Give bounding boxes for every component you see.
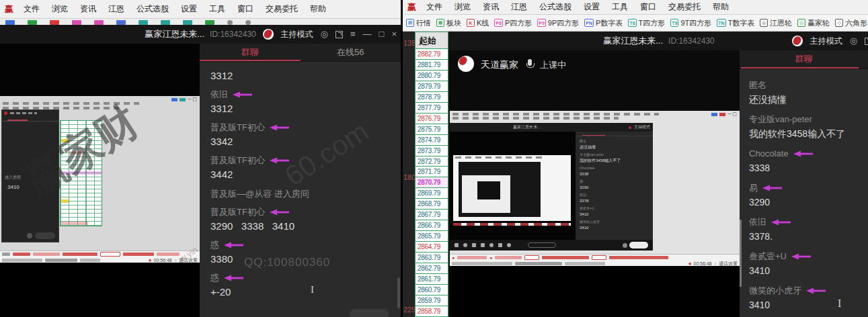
toolbar-chip: [139, 20, 148, 25]
menu-item-设置[interactable]: 设置: [578, 1, 606, 13]
image-icon[interactable]: [481, 243, 485, 247]
chat-scrollbar[interactable]: [740, 220, 742, 287]
speak-request-button[interactable]: [528, 242, 556, 248]
menu-item-交易委托[interactable]: 交易委托: [260, 3, 304, 15]
menu-item-文件[interactable]: 文件: [17, 3, 46, 15]
toolbar-item-K线[interactable]: KK线: [467, 18, 489, 28]
price-row[interactable]: 2859.79: [416, 296, 448, 306]
message-text: 3410: [580, 225, 649, 230]
chat-scrollbar[interactable]: [397, 277, 400, 308]
record-icon[interactable]: ◎: [321, 25, 328, 44]
close-button[interactable]: ×: [391, 25, 397, 44]
tab-group-chat[interactable]: 群聊: [200, 44, 301, 61]
chat-message: 依旧3378.: [580, 193, 649, 203]
toolbar-item-江恩轮[interactable]: ◎江恩轮: [760, 18, 792, 28]
tab-group-chat[interactable]: 群聊: [740, 50, 868, 69]
price-row[interactable]: 2868.79: [416, 199, 448, 210]
menu-item-浏览[interactable]: 浏览: [448, 1, 477, 13]
mic-icon[interactable]: [489, 243, 494, 247]
speaker-icon[interactable]: [455, 243, 459, 247]
price-row[interactable]: 2875.79: [416, 124, 448, 135]
toolbar-label: P四方形: [505, 18, 532, 28]
price-row[interactable]: 2881.79: [416, 60, 448, 71]
price-row[interactable]: 2876.79: [416, 114, 448, 124]
host-mode-logo-icon: [792, 36, 803, 46]
toolbar-item-9P四方形[interactable]: P99P四方形: [537, 18, 579, 28]
chat-message: 专业版van-peter我的软件3458输入不了: [580, 152, 649, 163]
price-row[interactable]: 2879.79: [416, 81, 448, 92]
price-column-header: 起始: [416, 32, 448, 49]
menu-item-帮助[interactable]: 帮助: [304, 3, 332, 15]
video-icon[interactable]: [472, 243, 476, 247]
toolbar-item-板块[interactable]: ▦板块: [436, 18, 461, 28]
menu-item-浏览[interactable]: 浏览: [46, 3, 74, 15]
price-row[interactable]: 2882.79: [416, 49, 448, 60]
nested-mode-label: 主持模式: [634, 124, 650, 130]
nested-chat-panel: 匿名还没搞懂专业版van-peter我的软件3458输入不了Chocolate3…: [576, 132, 653, 240]
toolbar-item-P四方形[interactable]: P8P四方形: [494, 18, 532, 28]
menu-item-江恩[interactable]: 江恩: [102, 3, 130, 15]
text-cursor: I: [311, 284, 314, 296]
toolbar-item-行情[interactable]: ▤行情: [406, 18, 431, 28]
menu-item-资讯[interactable]: 资讯: [74, 3, 102, 15]
menu-icon[interactable]: ≡: [350, 25, 356, 44]
send-button[interactable]: [629, 242, 648, 248]
price-row[interactable]: 2861.79: [416, 274, 448, 285]
price-row[interactable]: 2874.79: [416, 135, 448, 146]
message-text: 3342: [210, 136, 390, 148]
send-button-peek[interactable]: [350, 309, 389, 317]
toolbar-icon: P8: [494, 19, 503, 27]
menu-item-资讯[interactable]: 资讯: [477, 1, 505, 13]
price-row[interactable]: 2872.79: [416, 156, 448, 167]
menu-item-工具[interactable]: 工具: [606, 1, 634, 13]
price-row[interactable]: 2880.79: [416, 71, 448, 81]
price-row[interactable]: 2858.79: [416, 306, 448, 317]
menu-item-设置[interactable]: 设置: [175, 3, 203, 15]
minimize-button[interactable]: —: [363, 25, 372, 44]
shared-screen-capture: ─ ▢ 赢家江恩未来... 主持模式: [450, 111, 740, 254]
call-settings-icon: ○: [714, 261, 717, 266]
menu-item-工具[interactable]: 工具: [203, 3, 231, 15]
toolbar-item-六角形[interactable]: ◇六角形: [835, 18, 867, 28]
popout-icon[interactable]: [865, 38, 868, 45]
row-label: 180: [403, 173, 416, 181]
maximize-button[interactable]: □: [379, 25, 385, 44]
toolbar-item-T四方形[interactable]: T8T四方形: [628, 18, 665, 28]
record-icon[interactable]: ◎: [850, 32, 857, 50]
toolbar-item-P数字表[interactable]: PNP数字表: [584, 18, 623, 28]
popout-icon[interactable]: [336, 31, 343, 38]
tab-online-count[interactable]: 在线56: [301, 44, 401, 61]
menu-item-公式选股[interactable]: 公式选股: [533, 1, 578, 13]
price-row[interactable]: 2871.79: [416, 167, 448, 177]
phone-icon[interactable]: [463, 243, 467, 247]
menu-item-文件[interactable]: 文件: [420, 1, 448, 13]
message-username: 叁贰壹+U: [580, 206, 594, 211]
price-row[interactable]: 2867.79: [416, 210, 448, 220]
toolbar-item-T数字表[interactable]: TNT数字表: [717, 18, 754, 28]
price-row[interactable]: 2862.79: [416, 263, 448, 274]
emoji-icon[interactable]: [623, 243, 627, 248]
menu-item-江恩[interactable]: 江恩: [505, 1, 533, 13]
menu-item-帮助[interactable]: 帮助: [707, 1, 735, 13]
price-row[interactable]: 2860.79: [416, 285, 448, 296]
menu-item-公式选股[interactable]: 公式选股: [130, 3, 175, 15]
menu-item-交易委托[interactable]: 交易委托: [662, 1, 707, 13]
price-row[interactable]: 2865.79: [416, 231, 448, 242]
music-icon[interactable]: [507, 243, 511, 247]
edit-icon[interactable]: [498, 243, 502, 247]
price-row[interactable]: 2869.79: [416, 188, 448, 199]
toolbar-chip: [205, 20, 214, 25]
price-row[interactable]: 2866.79: [416, 220, 448, 231]
menu-item-窗口[interactable]: 窗口: [634, 1, 662, 13]
nested-chat-tabs: [2, 116, 58, 122]
price-row[interactable]: 2864.79: [416, 242, 448, 253]
menu-item-窗口[interactable]: 窗口: [231, 3, 260, 15]
price-row[interactable]: 2873.79: [416, 146, 448, 156]
toolbar-item-赢家轮[interactable]: ◎赢家轮: [797, 18, 830, 28]
toolbar-label: 六角形: [845, 18, 867, 28]
toolbar-item-9T四方形[interactable]: T99T四方形: [670, 18, 711, 28]
price-row[interactable]: 2863.79: [416, 253, 448, 263]
price-row[interactable]: 2878.79: [416, 92, 448, 103]
price-row[interactable]: 2870.79: [416, 177, 448, 188]
price-row[interactable]: 2877.79: [416, 103, 448, 114]
